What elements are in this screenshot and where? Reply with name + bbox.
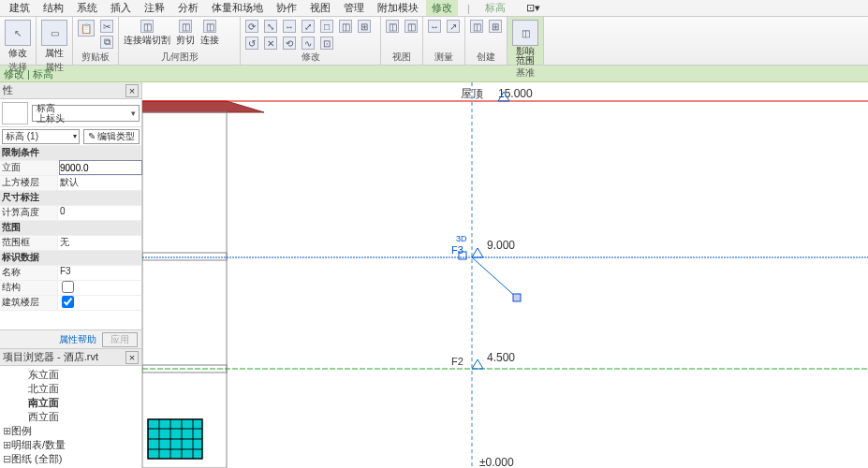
menu-item[interactable]: 插入 <box>105 0 137 16</box>
type-dropdown[interactable]: 标高 上标头 <box>32 105 140 122</box>
panel-title-text: 性 <box>3 83 13 97</box>
ribbon-group-clipboard: 📋 ✂ ⧉ 剪贴板 <box>73 17 119 65</box>
menu-item[interactable]: 注释 <box>139 0 170 16</box>
menu-item[interactable]: 建筑 <box>4 0 36 16</box>
measure-button[interactable]: ↔ <box>426 19 443 34</box>
modify-tool-button[interactable]: ⊡ <box>318 36 335 51</box>
view-button[interactable]: ◫ <box>384 19 401 34</box>
arrow-icon: ↖ <box>5 20 31 46</box>
properties-icon: ▭ <box>41 20 67 46</box>
close-icon[interactable]: × <box>125 84 139 97</box>
drag-preview-line <box>472 257 517 298</box>
edit-type-button[interactable]: ✎编辑类型 <box>83 129 140 144</box>
create-icon: ◫ <box>470 20 483 33</box>
type-selector[interactable]: 标高 上标头 <box>0 99 141 127</box>
group-label: 剪贴板 <box>76 51 115 65</box>
modify-tool-button[interactable]: ∿ <box>300 36 316 51</box>
extent-icon: ◫ <box>512 20 538 46</box>
project-tree: 东立面 北立面 南立面 西立面 ⊞图例 ⊞明细表/数量 ⊟图纸 (全部) ⊞00… <box>0 366 141 468</box>
instance-filter-dropdown[interactable]: 标高 (1) <box>2 129 80 144</box>
3d-toggle-icon[interactable]: 3D <box>456 234 467 243</box>
tree-node[interactable]: 西立面 <box>2 410 140 424</box>
ribbon-group-select: ↖修改 选择 <box>0 17 37 65</box>
tool-icon: ⤢ <box>302 20 315 33</box>
menu-item[interactable]: 附加模块 <box>372 0 424 16</box>
category-constraints[interactable]: 限制条件 <box>0 146 141 161</box>
modify-tool-button[interactable]: ⊞ <box>356 19 373 34</box>
paste-icon: 📋 <box>78 20 95 37</box>
menu-item-active[interactable]: 修改 <box>426 0 458 16</box>
prop-value[interactable]: 默认 <box>58 176 141 190</box>
expand-icon[interactable]: ⊞ <box>2 424 11 438</box>
tree-node[interactable]: ⊟图纸 (全部) <box>2 452 140 466</box>
prop-row-name: 名称F3 <box>0 266 141 281</box>
prop-row-story-above: 上方楼层默认 <box>0 176 141 191</box>
properties-button[interactable]: ▭属性 <box>39 19 69 61</box>
structural-checkbox[interactable] <box>62 281 74 293</box>
join-icon: ◫ <box>203 20 216 33</box>
left-column: 性 × 标高 上标头 标高 (1) ✎编辑类型 限制条件 立面 上方楼层默认 尺… <box>0 82 142 468</box>
ribbon-group-modify: ⟳ ⤡ ↔ ⤢ □ ◫ ⊞ ↺ ✕ ⟲ ∿ ⊡ 修改 <box>241 17 381 65</box>
create-icon: ⊞ <box>489 20 502 33</box>
apply-button[interactable]: 应用 <box>102 332 138 347</box>
propagate-extents-button[interactable]: ◫影响 范围 <box>510 19 540 66</box>
prop-value[interactable]: 无 <box>58 236 141 250</box>
paste-button[interactable]: 📋 <box>76 19 96 37</box>
building-story-checkbox[interactable] <box>62 296 74 308</box>
modify-button[interactable]: ↖修改 <box>3 19 33 61</box>
tree-node[interactable]: ⊞明细表/数量 <box>2 438 140 452</box>
cut-geom-button[interactable]: ◫剪切 <box>174 19 197 48</box>
tree-node[interactable]: 北立面 <box>2 382 140 396</box>
ribbon-collapse-icon[interactable]: ⊡▾ <box>521 1 546 15</box>
category-identity[interactable]: 标识数据 <box>0 251 141 266</box>
level-marker-icon[interactable] <box>472 359 483 369</box>
menu-item[interactable]: 结构 <box>37 0 69 16</box>
modify-tool-button[interactable]: ⤡ <box>262 19 279 34</box>
modify-tool-button[interactable]: ↔ <box>281 19 298 34</box>
view-button[interactable]: ◫ <box>403 19 419 34</box>
cope-icon: ◫ <box>140 20 154 33</box>
expand-icon[interactable]: ⊞ <box>2 438 11 452</box>
close-icon[interactable]: × <box>125 351 139 364</box>
level-label-f3[interactable]: F3 <box>451 244 463 256</box>
menu-item[interactable]: 协作 <box>271 0 302 16</box>
modify-tool-button[interactable]: ⟲ <box>281 36 298 51</box>
modify-tool-button[interactable]: ⤢ <box>300 19 316 34</box>
level-marker-icon[interactable] <box>472 248 483 257</box>
prop-value[interactable]: 0 <box>58 206 141 220</box>
category-dimensions[interactable]: 尺寸标注 <box>0 191 141 206</box>
prop-row-elevation: 立面 <box>0 161 141 176</box>
modify-tool-button[interactable]: ◫ <box>337 19 354 34</box>
tree-node[interactable]: ⊞图例 <box>2 424 140 438</box>
modify-tool-button[interactable]: ⟳ <box>243 19 260 34</box>
join-button[interactable]: ◫连接 <box>199 19 221 48</box>
menu-context-sub[interactable]: 标高 <box>479 0 511 16</box>
tool-icon: ◫ <box>339 20 352 33</box>
modify-tool-button[interactable]: ✕ <box>262 36 279 51</box>
drawing-canvas[interactable]: 屋顶 15.000 F3 9.000 3D F2 4.500 ±0.000 <box>142 82 868 468</box>
cut-button[interactable]: ✂ <box>98 19 115 34</box>
modify-tool-button[interactable]: □ <box>318 19 335 34</box>
measure-button[interactable]: ↗ <box>445 19 462 34</box>
create-button[interactable]: ◫ <box>468 19 485 34</box>
category-extent[interactable]: 范围 <box>0 221 141 236</box>
modify-tool-button[interactable]: ↺ <box>243 36 260 51</box>
prop-row-building-story: 建筑楼层 <box>0 296 141 311</box>
collapse-icon[interactable]: ⊟ <box>2 452 11 466</box>
menu-item[interactable]: 体量和场地 <box>206 0 269 16</box>
cope-button[interactable]: ◫连接端切割 <box>122 19 172 48</box>
properties-help-link[interactable]: 属性帮助 <box>59 333 96 346</box>
menu-item[interactable]: 系统 <box>71 0 103 16</box>
prop-value[interactable]: F3 <box>58 266 141 280</box>
elevation-input[interactable] <box>60 161 141 174</box>
copy-button[interactable]: ⧉ <box>98 35 115 50</box>
menu-item[interactable]: 管理 <box>338 0 370 16</box>
cut-geom-icon: ◫ <box>179 20 192 33</box>
tree-node[interactable]: 东立面 <box>2 368 140 382</box>
create-button[interactable]: ⊞ <box>487 19 504 34</box>
level-elev-f3[interactable]: 9.000 <box>487 239 515 252</box>
browser-title-bar: 项目浏览器 - 酒店.rvt × <box>0 349 141 366</box>
menu-item[interactable]: 视图 <box>304 0 336 16</box>
tree-node-active[interactable]: 南立面 <box>2 396 140 410</box>
menu-item[interactable]: 分析 <box>172 0 204 16</box>
